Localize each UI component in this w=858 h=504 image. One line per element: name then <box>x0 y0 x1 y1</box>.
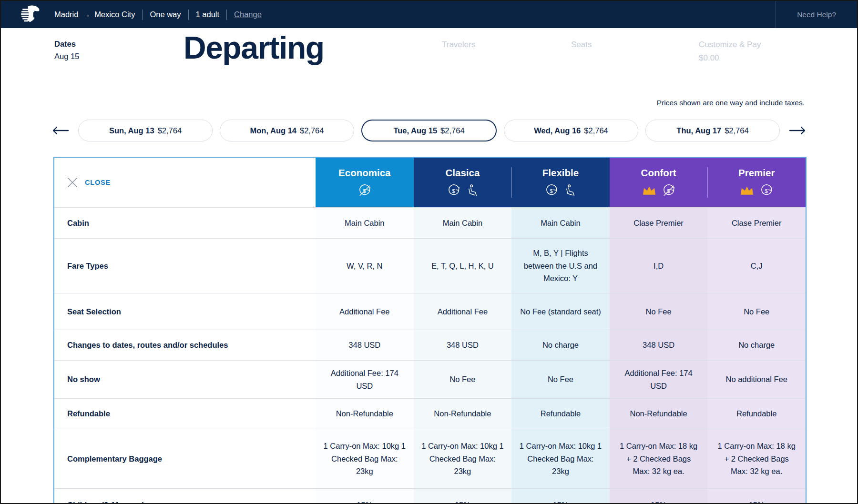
seat-icon <box>563 183 576 198</box>
svg-text:$: $ <box>765 187 768 193</box>
top-navigation-bar: Madrid → Mexico City One way 1 adult Cha… <box>1 1 857 28</box>
fare-column-header-confort: Confort$ <box>610 158 708 207</box>
fare-value-cell: Refundable <box>707 399 806 429</box>
fare-value-cell: 348 USD <box>610 330 708 360</box>
fare-value-cell: No Fee (standard seat) <box>511 293 610 330</box>
fare-table-row: Seat SelectionAdditional FeeAdditional F… <box>54 293 806 330</box>
close-icon <box>67 177 78 188</box>
date-option[interactable]: Mon, Aug 14$2,764 <box>220 120 354 141</box>
date-option-price: $2,764 <box>300 126 324 135</box>
step-dates-label: Dates <box>54 38 79 50</box>
row-label: Complementary Baggage <box>54 429 316 488</box>
fare-value-cell: Refundable <box>511 399 610 429</box>
refund-icon: $ <box>447 183 461 198</box>
fare-value-cell: Main Cabin <box>316 208 414 238</box>
date-option-day: Tue, Aug 15 <box>393 126 437 135</box>
step-customize-pay-amount: $0.00 <box>699 53 719 63</box>
fare-column-header-economica: Economica$ <box>316 158 414 207</box>
row-label: Children (2-11 years) <box>54 489 316 504</box>
fare-value-cell: W, V, R, N <box>316 239 414 293</box>
seat-icon <box>466 183 479 198</box>
need-help-link[interactable]: Need Help? <box>776 1 857 28</box>
route-to: Mexico City <box>94 10 135 19</box>
date-option-price: $2,764 <box>440 126 464 135</box>
passenger-count: 1 adult <box>189 10 227 19</box>
fare-family-icons: $ <box>544 183 576 198</box>
fare-family-name: Confort <box>641 167 676 179</box>
fare-value-cell: No Fee <box>610 293 708 330</box>
svg-text:$: $ <box>550 187 553 193</box>
date-option[interactable]: Thu, Aug 17$2,764 <box>645 120 780 141</box>
date-option[interactable]: Wed, Aug 16$2,764 <box>504 120 638 141</box>
fare-table-row: Complementary Baggage1 Carry-on Max: 10k… <box>54 429 806 488</box>
date-option-price: $2,764 <box>158 126 182 135</box>
step-dates-value: Aug 15 <box>54 50 79 63</box>
fare-family-icons: $ <box>739 183 774 198</box>
fare-value-cell: No additional Fee <box>707 361 806 398</box>
fare-family-name: Flexible <box>542 167 579 179</box>
date-carousel: Sun, Aug 13$2,764Mon, Aug 14$2,764Tue, A… <box>51 120 807 141</box>
trip-type: One way <box>143 10 188 19</box>
fare-value-cell: Additional Fee <box>414 293 512 330</box>
arrow-left-icon <box>51 126 70 135</box>
step-customize-pay: Customize & Pay <box>699 40 761 50</box>
route-from: Madrid <box>54 10 78 19</box>
fare-column-header-flexible: Flexible$ <box>511 158 610 207</box>
fare-value-cell: No Fee <box>707 293 806 330</box>
fare-value-cell: 348 USD <box>316 330 414 360</box>
no-refund-icon: $ <box>358 183 372 198</box>
previous-dates-button[interactable] <box>51 124 71 137</box>
fare-value-cell: Additional Fee <box>316 293 414 330</box>
fare-value-cell: 15% <box>414 489 512 504</box>
fare-value-cell: 348 USD <box>414 330 512 360</box>
fare-value-cell: Main Cabin <box>414 208 512 238</box>
no-refund-icon: $ <box>662 183 676 198</box>
crown-icon <box>642 184 657 196</box>
fare-value-cell: Non-Refundable <box>316 399 414 429</box>
route-arrow-icon: → <box>81 10 92 19</box>
close-button[interactable]: CLOSE <box>54 158 316 207</box>
fare-value-cell: Clase Premier <box>610 208 708 238</box>
date-carousel-days: Sun, Aug 13$2,764Mon, Aug 14$2,764Tue, A… <box>78 120 780 141</box>
arrow-right-icon <box>788 126 807 135</box>
row-label: Changes to dates, routes and/or schedule… <box>54 330 316 360</box>
fare-table-header-row: CLOSE Economica$Clasica$Flexible$Confort… <box>54 158 806 207</box>
fare-family-name: Clasica <box>445 167 480 179</box>
date-option-price: $2,764 <box>584 126 608 135</box>
page-title: Departing <box>184 30 324 66</box>
next-dates-button[interactable] <box>787 124 807 137</box>
date-option-price: $2,764 <box>725 126 748 135</box>
date-option-selected[interactable]: Tue, Aug 15$2,764 <box>361 120 497 141</box>
row-label: Refundable <box>54 399 316 429</box>
fare-column-header-premier: Premier$ <box>707 158 806 207</box>
fare-table-row: CabinMain CabinMain CabinMain CabinClase… <box>54 207 806 238</box>
date-option[interactable]: Sun, Aug 13$2,764 <box>78 120 213 141</box>
fare-value-cell: 1 Carry-on Max: 10kg 1 Checked Bag Max: … <box>414 429 512 488</box>
fare-value-cell: Non-Refundable <box>414 399 512 429</box>
fare-family-name: Economica <box>338 167 390 179</box>
fare-value-cell: No charge <box>707 330 806 360</box>
fare-value-cell: 15% <box>610 489 708 504</box>
fare-value-cell: Main Cabin <box>511 208 610 238</box>
prices-disclaimer: Prices shown are one way and include tax… <box>657 99 805 107</box>
fare-value-cell: I,D <box>610 239 708 293</box>
close-button-label: CLOSE <box>85 179 111 186</box>
flight-booking-page: Madrid → Mexico City One way 1 adult Cha… <box>0 0 858 504</box>
fare-value-cell: 15% <box>316 489 414 504</box>
step-travelers: Travelers <box>442 40 475 50</box>
fare-value-cell: 1 Carry-on Max: 18 kg + 2 Checked Bags M… <box>610 429 708 488</box>
refund-icon: $ <box>759 183 774 198</box>
fare-table-row: Fare TypesW, V, R, NE, T, Q, L, H, K, UM… <box>54 238 806 293</box>
fare-value-cell: Additional Fee: 174 USD <box>610 361 708 398</box>
trip-summary: Madrid → Mexico City One way 1 adult Cha… <box>54 10 269 20</box>
fare-value-cell: 15% <box>511 489 610 504</box>
step-dates[interactable]: Dates Aug 15 <box>54 38 79 62</box>
date-option-day: Thu, Aug 17 <box>676 126 721 135</box>
date-option-day: Wed, Aug 16 <box>534 126 581 135</box>
aeromexico-logo-icon <box>20 5 42 25</box>
fare-value-cell: No charge <box>511 330 610 360</box>
svg-text:$: $ <box>452 187 455 193</box>
change-search-link[interactable]: Change <box>227 10 269 19</box>
row-label: Cabin <box>54 208 316 238</box>
date-option-day: Mon, Aug 14 <box>250 126 296 135</box>
